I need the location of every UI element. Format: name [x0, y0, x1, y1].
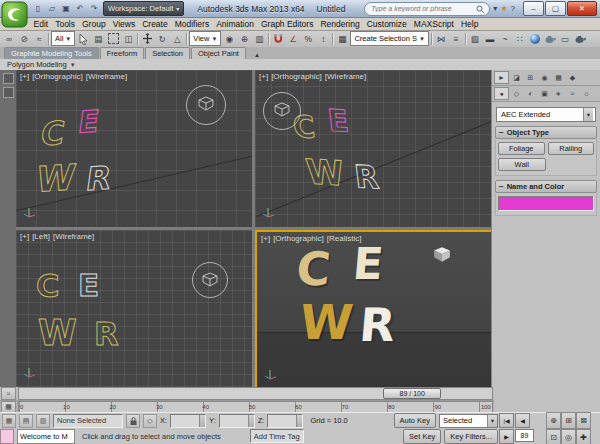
go-to-start-button[interactable]: |◀	[499, 413, 514, 428]
status-bar-icon[interactable]: ▤	[19, 414, 33, 428]
layer-manager-icon[interactable]: ▧	[468, 31, 482, 46]
edit-named-selection-sets-icon[interactable]: ▦	[335, 31, 349, 46]
menu-graph-editors[interactable]: Graph Editors	[257, 19, 316, 29]
status-bar-icon[interactable]: ▦	[2, 414, 16, 428]
name-color-rollout-header[interactable]: − Name and Color	[495, 180, 597, 193]
viewport-pov-menu[interactable]: [Left]	[32, 232, 50, 241]
maximize-button[interactable]: ▢	[545, 1, 566, 16]
menu-modifiers[interactable]: Modifiers	[171, 19, 212, 29]
select-and-scale-icon[interactable]: △	[170, 31, 184, 46]
motion-tab-icon[interactable]: ◉	[538, 72, 551, 83]
status-bar-icon[interactable]: ▥	[36, 414, 50, 428]
angle-snap-icon[interactable]: ∠	[286, 31, 300, 46]
scene-letter-selected[interactable]: E	[326, 105, 350, 136]
shapes-category-icon[interactable]: ◇	[510, 88, 523, 99]
minimize-button[interactable]: –	[523, 1, 544, 16]
helpers-category-icon[interactable]: ∗	[552, 88, 565, 99]
viewport-layout-tab-icon[interactable]	[3, 87, 14, 98]
redo-icon[interactable]: ↷	[88, 3, 100, 15]
box-object[interactable]	[202, 272, 218, 291]
application-menu-button[interactable]	[1, 1, 28, 28]
render-production-icon[interactable]	[573, 31, 587, 46]
viewport-general-menu[interactable]: [+]	[261, 234, 270, 243]
zoom-icon[interactable]: ⊕	[546, 412, 561, 429]
viewport-bottom-right-active[interactable]: [+] [Orthographic] [Realistic] C E W R	[255, 230, 496, 391]
curve-editor-icon[interactable]: ~	[498, 31, 512, 46]
spinner[interactable]	[248, 415, 254, 427]
scene-letter-selected[interactable]: E	[76, 106, 101, 138]
open-file-icon[interactable]: ▱	[46, 3, 58, 15]
geometry-category-icon[interactable]: ●	[494, 87, 509, 100]
workspace-dropdown[interactable]: Workspace: Default ▾	[103, 1, 184, 16]
viewport-pov-menu[interactable]: [Orthographic]	[271, 72, 322, 81]
foliage-button[interactable]: Foliage	[498, 142, 545, 155]
window-crossing-icon[interactable]: ◫	[121, 31, 135, 46]
key-set-dropdown[interactable]: Selected ▼	[439, 414, 498, 428]
tab-object-paint[interactable]: Object Paint	[191, 47, 246, 59]
key-filters-button[interactable]: Key Filters...	[444, 429, 498, 444]
add-time-tag-field[interactable]: Add Time Tag	[250, 429, 304, 443]
viewport-general-menu[interactable]: [+]	[20, 232, 29, 241]
railing-button[interactable]: Railing	[548, 142, 595, 155]
viewport-pov-menu[interactable]: [Orthographic]	[273, 234, 324, 243]
viewport-layout-tab-icon[interactable]	[3, 73, 14, 84]
menu-group[interactable]: Group	[79, 19, 110, 29]
help-icon[interactable]: ?	[511, 4, 515, 13]
set-key-button[interactable]: Set Key	[403, 429, 441, 444]
menu-help[interactable]: Help	[457, 19, 481, 29]
percent-snap-icon[interactable]: %	[301, 31, 315, 46]
menu-edit[interactable]: Edit	[30, 19, 52, 29]
scene-letter[interactable]: W	[304, 154, 346, 190]
zoom-extents-all-icon[interactable]: ⊡	[546, 429, 561, 444]
x-coord-field[interactable]	[170, 414, 206, 428]
display-tab-icon[interactable]: ▦	[552, 72, 565, 83]
hierarchy-tab-icon[interactable]: ⊞	[524, 72, 537, 83]
named-selection-sets-dropdown[interactable]: Create Selection S▼	[350, 31, 429, 46]
scene-letter[interactable]: R	[358, 302, 397, 348]
new-scene-icon[interactable]: ▯	[32, 3, 44, 15]
undo-icon[interactable]: ↶	[74, 3, 86, 15]
rectangular-selection-region-icon[interactable]	[106, 31, 120, 46]
scene-letter[interactable]: R	[84, 161, 113, 195]
auto-key-button[interactable]: Auto Key	[394, 413, 436, 428]
spinner[interactable]	[296, 415, 302, 427]
menu-views[interactable]: Views	[109, 19, 139, 29]
tab-selection[interactable]: Selection	[145, 47, 190, 59]
viewport-bottom-left[interactable]: [+] [Left] [Wireframe] C E W R	[16, 230, 252, 387]
viewport-top-right[interactable]: [+] [Orthographic] [Wireframe] C E W R	[255, 70, 492, 227]
scene-letter[interactable]: R	[353, 161, 381, 193]
favorites-star-icon[interactable]: ★	[500, 4, 507, 13]
viewport-shading-menu[interactable]: [Wireframe]	[325, 72, 366, 81]
snaps-toggle-icon[interactable]	[271, 31, 285, 46]
material-editor-icon[interactable]	[528, 31, 542, 46]
scene-letter[interactable]: E	[351, 242, 385, 286]
modify-tab-icon[interactable]: ◪	[510, 72, 523, 83]
spinner[interactable]	[199, 415, 205, 427]
scene-letter[interactable]: R	[94, 318, 119, 350]
sign-in-dropdown-icon[interactable]: ▾	[493, 4, 497, 13]
box-object[interactable]	[198, 96, 214, 115]
play-button[interactable]: ▶	[499, 429, 514, 444]
viewport-shading-menu[interactable]: [Realistic]	[327, 234, 362, 243]
select-and-link-icon[interactable]: ∞	[2, 31, 16, 46]
wall-button[interactable]: Wall	[498, 158, 546, 171]
select-object-icon[interactable]	[76, 31, 90, 46]
menu-tools[interactable]: Tools	[52, 19, 79, 29]
macro-recorder-field[interactable]	[0, 429, 14, 444]
open-mini-curve-editor-icon[interactable]: ≈	[1, 387, 16, 400]
field-of-view-icon[interactable]: ◎	[561, 429, 576, 444]
lights-category-icon[interactable]: ◐	[524, 88, 537, 99]
reference-coordinate-dropdown[interactable]: View▼	[189, 31, 221, 46]
align-icon[interactable]: ≡	[449, 31, 463, 46]
y-coord-field[interactable]	[219, 414, 255, 428]
render-setup-icon[interactable]	[543, 31, 557, 46]
time-slider-track[interactable]: 89 / 100	[18, 387, 493, 400]
menu-create[interactable]: Create	[139, 19, 172, 29]
bind-to-space-warp-icon[interactable]: ≈	[32, 31, 46, 46]
select-by-name-icon[interactable]: ▤	[91, 31, 105, 46]
selection-filter-dropdown[interactable]: All▼	[51, 31, 75, 46]
viewport-pov-menu[interactable]: [Orthographic]	[32, 72, 83, 81]
save-file-icon[interactable]: ▣	[60, 3, 72, 15]
box-object[interactable]	[274, 102, 290, 121]
select-and-rotate-icon[interactable]: ↻	[155, 31, 169, 46]
